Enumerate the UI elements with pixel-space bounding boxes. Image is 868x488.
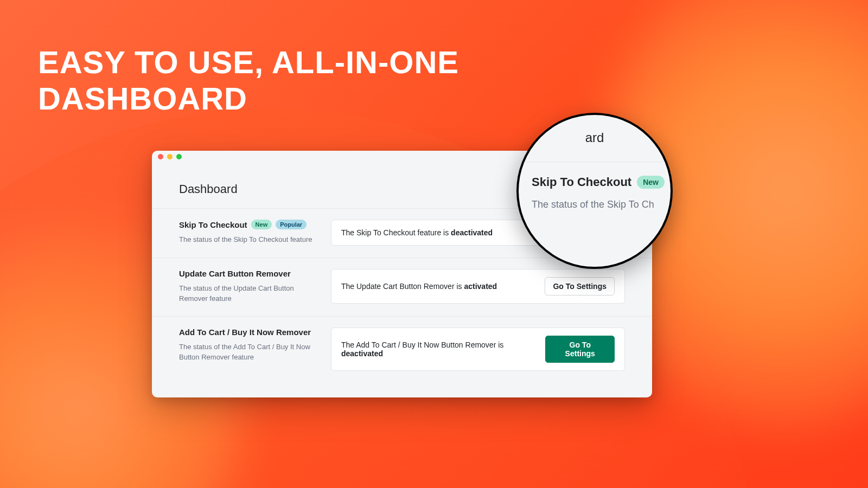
magnifier-subtitle: The status of the Skip To Ch bbox=[532, 199, 658, 210]
magnifier-overlay: ard Skip To Checkout New The status of t… bbox=[516, 113, 673, 269]
feature-status-text: The Add To Cart / Buy It Now Button Remo… bbox=[341, 341, 545, 358]
magnifier-feature-title: Skip To Checkout New bbox=[532, 175, 658, 189]
badge-popular: Popular bbox=[276, 220, 307, 229]
feature-subtitle: The status of the Skip To Checkout featu… bbox=[179, 235, 315, 245]
marketing-headline: EASY TO USE, ALL-IN-ONE DASHBOARD bbox=[0, 0, 868, 117]
window-minimize-icon[interactable] bbox=[167, 154, 173, 159]
feature-title-text: Skip To Checkout bbox=[179, 220, 247, 229]
window-close-icon[interactable] bbox=[158, 154, 163, 159]
status-word: activated bbox=[464, 282, 497, 291]
go-to-settings-button[interactable]: Go To Settings bbox=[545, 336, 615, 363]
headline-line1: EASY TO USE, ALL-IN-ONE bbox=[38, 44, 459, 80]
feature-subtitle: The status of the Add To Cart / Buy It N… bbox=[179, 342, 315, 363]
magnifier-title-text: Skip To Checkout bbox=[532, 175, 631, 189]
status-word: deactivated bbox=[341, 349, 383, 358]
feature-title: Add To Cart / Buy It Now Remover bbox=[179, 328, 315, 337]
feature-title-text: Update Cart Button Remover bbox=[179, 269, 291, 278]
feature-title: Skip To Checkout New Popular bbox=[179, 220, 315, 229]
status-word: deactivated bbox=[451, 228, 493, 237]
badge-new: New bbox=[251, 220, 272, 229]
magnifier-fragment-text: ard bbox=[532, 130, 658, 145]
feature-title: Update Cart Button Remover bbox=[179, 269, 315, 278]
status-prefix: The Skip To Checkout feature is bbox=[341, 228, 451, 237]
status-prefix: The Add To Cart / Buy It Now Button Remo… bbox=[341, 341, 503, 349]
headline-line2: DASHBOARD bbox=[38, 81, 247, 116]
magnifier-badge-new: New bbox=[637, 176, 665, 189]
feature-status-card: The Update Cart Button Remover is activa… bbox=[331, 269, 625, 304]
feature-status-text: The Skip To Checkout feature is deactiva… bbox=[341, 228, 493, 237]
status-prefix: The Update Cart Button Remover is bbox=[341, 282, 464, 291]
window-zoom-icon[interactable] bbox=[176, 154, 182, 159]
feature-status-text: The Update Cart Button Remover is activa… bbox=[341, 282, 497, 291]
feature-row-add-to-cart-remover: Add To Cart / Buy It Now Remover The sta… bbox=[152, 316, 652, 383]
feature-subtitle: The status of the Update Cart Button Rem… bbox=[179, 284, 315, 304]
go-to-settings-button[interactable]: Go To Settings bbox=[545, 277, 615, 296]
feature-status-card: The Add To Cart / Buy It Now Button Remo… bbox=[331, 328, 625, 371]
feature-title-text: Add To Cart / Buy It Now Remover bbox=[179, 328, 311, 337]
